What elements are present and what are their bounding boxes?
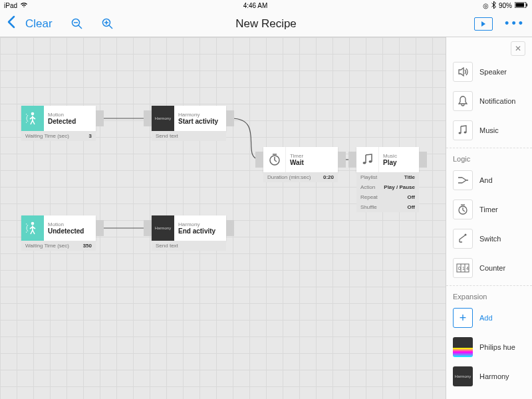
port-out[interactable] (96, 110, 104, 126)
status-time: 4:46 AM (28, 2, 483, 9)
hue-icon (453, 337, 473, 357)
node-label: Wait (290, 159, 334, 166)
music-icon (453, 120, 473, 140)
status-bar: iPad 4:46 AM ◎ 90% (0, 0, 532, 11)
node-harmony-end[interactable]: Harmony Harmony End activity Send text (152, 215, 226, 251)
port-in[interactable] (348, 152, 356, 168)
harmony-icon: Harmony (453, 366, 473, 386)
bluetooth-icon (491, 1, 496, 10)
sidebar-label: Add (479, 314, 493, 322)
sidebar-item-notification[interactable]: Notification (446, 86, 532, 116)
sidebar-label: Harmony (479, 372, 509, 380)
sidebar-label: Switch (479, 235, 501, 243)
node-label: Undetected (48, 227, 92, 235)
port-out[interactable] (226, 110, 234, 126)
sidebar-item-speaker[interactable]: Speaker (446, 57, 532, 86)
svg-text:0: 0 (458, 266, 461, 271)
timer-icon (263, 147, 286, 172)
toolbar: Clear New Recipe ••• (0, 11, 532, 37)
node-category: Motion (48, 112, 92, 118)
svg-point-24 (465, 234, 467, 236)
recipe-canvas[interactable]: Motion Detected Waiting Time (sec)3 Harm… (0, 37, 446, 399)
plus-icon: + (453, 308, 473, 328)
sidebar-item-harmony[interactable]: Harmony Harmony (446, 362, 532, 391)
sidebar-item-music[interactable]: Music (446, 116, 532, 145)
sidebar-label: Speaker (479, 68, 507, 76)
svg-text:1: 1 (462, 266, 465, 271)
counter-icon: 014 (453, 258, 473, 278)
run-recipe-button[interactable] (474, 17, 493, 31)
sidebar-item-add-expansion[interactable]: + Add (446, 303, 532, 332)
sidebar-item-switch[interactable]: Switch (446, 224, 532, 253)
node-label: Start activity (178, 118, 222, 125)
node-category: Music (383, 153, 415, 159)
svg-point-16 (368, 160, 372, 163)
motion-icon (21, 106, 44, 131)
wifi-icon (20, 2, 28, 9)
svg-line-7 (109, 25, 112, 29)
zoom-in-button[interactable] (102, 18, 114, 30)
svg-rect-1 (516, 3, 525, 7)
port-in[interactable] (144, 220, 152, 236)
sidebar-label: Music (479, 126, 499, 134)
svg-line-22 (463, 210, 465, 211)
sidebar-item-counter[interactable]: 014 Counter (446, 253, 532, 283)
svg-text:4: 4 (466, 266, 469, 271)
clear-button[interactable]: Clear (25, 17, 53, 31)
timer-icon (453, 200, 473, 219)
sidebar-header-expansion: Expansion (446, 285, 532, 303)
sidebar-label: Notification (479, 97, 515, 105)
sidebar-item-and[interactable]: And (446, 166, 532, 195)
svg-line-13 (275, 160, 277, 162)
device-label: iPad (4, 2, 17, 9)
svg-point-19 (464, 132, 467, 134)
node-music-play[interactable]: Music Play PlaylistTitle ActionPlay / Pa… (356, 147, 419, 212)
bell-icon (453, 91, 473, 111)
music-icon (356, 147, 379, 172)
sidebar-label: And (479, 176, 493, 184)
motion-icon (21, 215, 44, 241)
svg-point-17 (31, 222, 35, 225)
port-in[interactable] (255, 152, 263, 168)
sidebar-close-button[interactable]: ✕ (511, 41, 525, 56)
node-harmony-start[interactable]: Harmony Harmony Start activity Send text (152, 106, 226, 141)
node-label: Play (383, 159, 415, 166)
port-in[interactable] (144, 110, 152, 126)
sidebar-label: Timer (479, 205, 498, 213)
battery-icon (515, 2, 528, 9)
port-out[interactable] (338, 152, 346, 168)
svg-line-4 (78, 25, 82, 29)
svg-point-10 (31, 112, 35, 116)
node-category: Motion (48, 221, 92, 227)
sidebar-label: Philips hue (479, 343, 515, 351)
svg-point-18 (459, 132, 462, 134)
node-label: Detected (48, 118, 92, 125)
zoom-out-button[interactable] (71, 18, 83, 30)
sidebar-label: Counter (479, 264, 505, 272)
and-icon (453, 170, 473, 190)
node-category: Timer (290, 153, 334, 159)
location-icon: ◎ (483, 2, 489, 9)
svg-rect-2 (527, 3, 528, 6)
back-button[interactable] (7, 15, 16, 33)
harmony-icon: Harmony (152, 106, 174, 131)
node-label: End activity (178, 227, 222, 235)
harmony-icon: Harmony (152, 215, 174, 241)
speaker-icon (453, 62, 473, 82)
sidebar-item-timer[interactable]: Timer (446, 195, 532, 224)
node-motion-undetected[interactable]: Motion Undetected Waiting Time (sec)350 (21, 215, 96, 251)
port-out[interactable] (226, 220, 234, 236)
sidebar-header-logic: Logic (446, 148, 532, 166)
svg-point-15 (362, 162, 366, 164)
node-motion-detected[interactable]: Motion Detected Waiting Time (sec)3 (21, 106, 96, 141)
more-button[interactable]: ••• (505, 17, 525, 31)
node-category: Harmony (178, 221, 222, 227)
sidebar: ✕ Speaker Notification Music Logic And T… (446, 37, 532, 399)
port-out[interactable] (419, 152, 427, 168)
sidebar-item-philips-hue[interactable]: Philips hue (446, 332, 532, 362)
node-timer-wait[interactable]: Timer Wait Duration (min:sec)0:20 (263, 147, 338, 182)
node-category: Harmony (178, 112, 222, 118)
port-out[interactable] (96, 220, 104, 236)
battery-percent: 90% (499, 2, 512, 9)
switch-icon (453, 229, 473, 249)
